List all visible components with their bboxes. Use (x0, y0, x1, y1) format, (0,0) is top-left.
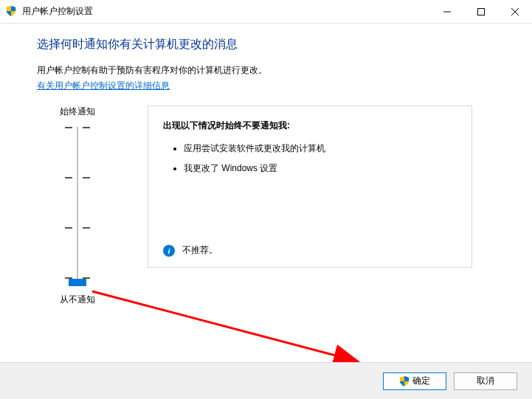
info-list-item: 我更改了 Windows 设置 (184, 162, 457, 175)
info-footer: i 不推荐。 (163, 244, 218, 257)
slider-thumb[interactable] (69, 279, 86, 286)
close-button[interactable] (498, 0, 532, 23)
page-heading: 选择何时通知你有关计算机更改的消息 (37, 37, 495, 52)
info-title: 出现以下情况时始终不要通知我: (163, 119, 457, 132)
ok-button[interactable]: 确定 (383, 372, 446, 390)
cancel-button[interactable]: 取消 (454, 372, 517, 390)
main-area: 始终通知 从不通知 出现以下情况时始终不要通知我: 应用尝试安装软件或更改我的计… (37, 105, 495, 306)
content-area: 选择何时通知你有关计算机更改的消息 用户帐户控制有助于预防有害程序对你的计算机进… (0, 24, 532, 306)
window-title: 用户帐户控制设置 (22, 5, 430, 18)
info-footer-text: 不推荐。 (182, 244, 218, 257)
minimize-button[interactable] (430, 0, 464, 23)
notification-slider[interactable] (55, 124, 100, 286)
cancel-button-label: 取消 (477, 375, 494, 387)
slider-top-label: 始终通知 (37, 105, 118, 118)
slider-bottom-label: 从不通知 (37, 294, 118, 306)
shield-icon (399, 376, 410, 386)
info-list: 应用尝试安装软件或更改我的计算机 我更改了 Windows 设置 (163, 142, 457, 175)
footer-bar: 确定 取消 (0, 362, 532, 399)
more-info-link[interactable]: 有关用户帐户控制设置的详细信息 (37, 80, 170, 92)
maximize-button[interactable] (464, 0, 498, 23)
info-icon: i (163, 245, 175, 257)
svg-rect-1 (478, 8, 485, 15)
description-text: 用户帐户控制有助于预防有害程序对你的计算机进行更改。 (37, 64, 495, 77)
titlebar: 用户帐户控制设置 (0, 0, 532, 24)
window-controls (430, 0, 532, 23)
ok-button-label: 确定 (412, 375, 430, 387)
shield-icon (6, 6, 18, 18)
info-panel: 出现以下情况时始终不要通知我: 应用尝试安装软件或更改我的计算机 我更改了 Wi… (148, 105, 472, 268)
slider-column: 始终通知 从不通知 (37, 105, 118, 306)
info-list-item: 应用尝试安装软件或更改我的计算机 (184, 142, 457, 155)
